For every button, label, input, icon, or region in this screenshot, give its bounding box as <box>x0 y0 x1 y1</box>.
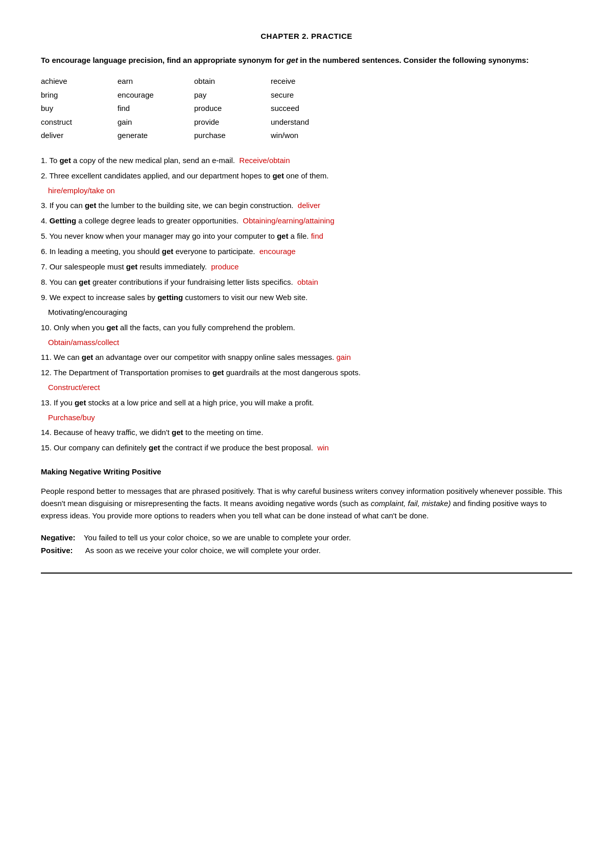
sentence-6-post: everyone to participate. <box>173 247 259 256</box>
negative-text: You failed to tell us your color choice,… <box>84 533 351 542</box>
sentence-12-pre: The Department of Transportation promise… <box>54 368 213 377</box>
sentence-14: 14. Because of heavy traffic, we didn't … <box>41 426 572 439</box>
sentence-7-post: results immediately. <box>137 262 211 271</box>
sentence-2: 2. Three excellent candidates applied, a… <box>41 170 572 182</box>
sentence-12-number: 12. <box>41 368 52 377</box>
sentence-4-answer: Obtaining/earning/attaining <box>243 216 334 225</box>
synonym-construct: construct <box>41 116 117 129</box>
synonym-buy: buy <box>41 102 117 115</box>
sentence-4-post: a college degree leads to greater opport… <box>76 216 243 225</box>
chapter-title: CHAPTER 2. PRACTICE <box>41 31 572 42</box>
sentence-1-number: 1. <box>41 156 48 165</box>
synonym-achieve: achieve <box>41 75 117 88</box>
sentence-7-answer: produce <box>211 262 239 271</box>
sentence-3-answer: deliver <box>298 201 320 210</box>
sentence-9: 9. We expect to increase sales by gettin… <box>41 291 572 304</box>
sentence-14-pre: Because of heavy traffic, we didn't <box>54 428 172 437</box>
synonyms-col2: earn encourage find gain generate <box>117 75 194 142</box>
sentence-6: 6. In leading a meeting, you should get … <box>41 245 572 258</box>
sentence-10-answer: Obtain/amass/collect <box>48 337 572 349</box>
bottom-divider <box>41 573 572 574</box>
synonym-deliver: deliver <box>41 129 117 142</box>
sentence-5-number: 5. <box>41 232 48 240</box>
sentence-13-bold: get <box>75 398 86 407</box>
negative-label-space <box>78 533 82 542</box>
sentence-3-pre: If you can <box>50 201 85 210</box>
sentence-5-answer: find <box>311 232 323 240</box>
sentence-15-pre: Our company can definitely <box>54 443 149 452</box>
sentence-8-answer: obtain <box>297 278 318 286</box>
sentence-1-bold: get <box>59 156 71 165</box>
positive-label-space <box>75 546 84 555</box>
sentence-8-bold: get <box>79 278 90 286</box>
sentence-12: 12. The Department of Transportation pro… <box>41 367 572 379</box>
sentence-6-pre: In leading a meeting, you should <box>50 247 162 256</box>
sentence-14-bold: get <box>172 428 183 437</box>
sentence-11-number: 11. <box>41 353 52 361</box>
sentence-12-post: guardrails at the most dangerous spots. <box>224 368 361 377</box>
sentence-7-number: 7. <box>41 262 48 271</box>
sentence-3: 3. If you can get the lumber to the buil… <box>41 199 572 212</box>
sentence-1-answer: Receive/obtain <box>239 156 290 165</box>
sentence-8: 8. You can get greater contributions if … <box>41 276 572 288</box>
synonym-find: find <box>117 102 194 115</box>
intro-paragraph: To encourage language precision, find an… <box>41 55 572 66</box>
sentence-14-number: 14. <box>41 428 52 437</box>
example-block: Negative: You failed to tell us your col… <box>41 531 572 557</box>
sentence-9-pre: We expect to increase sales by <box>50 293 158 302</box>
sentence-11-bold: get <box>82 353 93 361</box>
sentence-10-bold: get <box>106 323 118 332</box>
sentence-13-pre: If you <box>54 398 75 407</box>
sentence-11-pre: We can <box>54 353 82 361</box>
sentence-9-bold: getting <box>157 293 183 302</box>
making-negative-title: Making Negative Writing Positive <box>41 466 572 478</box>
sentence-15-bold: get <box>149 443 160 452</box>
sentence-9-answer: Motivating/encouraging <box>48 307 572 318</box>
synonyms-table: achieve bring buy construct deliver earn… <box>41 75 572 142</box>
sentence-8-post: greater contributions if your fundraisin… <box>90 278 297 286</box>
sentence-15-number: 15. <box>41 443 52 452</box>
synonym-purchase: purchase <box>194 129 271 142</box>
sentence-4-number: 4. <box>41 216 48 225</box>
sentence-2-pre: Three excellent candidates applied, and … <box>49 171 272 180</box>
sentence-10-post: all the facts, can you fully comprehend … <box>118 323 295 332</box>
synonyms-col1: achieve bring buy construct deliver <box>41 75 117 142</box>
positive-label: Positive: <box>41 546 73 555</box>
intro-text-part2: in the numbered sentences. Consider the … <box>298 56 526 64</box>
sentence-15-post: the contract if we produce the best prop… <box>160 443 317 452</box>
sentence-4: 4. Getting a college degree leads to gre… <box>41 215 572 227</box>
sentence-1-pre: To <box>49 156 59 165</box>
sentence-5: 5. You never know when your manager may … <box>41 230 572 242</box>
synonym-win-won: win/won <box>271 129 347 142</box>
sentence-13-answer: Purchase/buy <box>48 412 572 424</box>
sentence-5-pre: You never know when your manager may go … <box>49 232 277 240</box>
sentence-4-bold: Getting <box>50 216 77 225</box>
negative-words-italic: complaint, fail, mistake) <box>371 499 451 508</box>
synonym-earn: earn <box>117 75 194 88</box>
sentence-10: 10. Only when you get all the facts, can… <box>41 322 572 334</box>
sentence-10-number: 10. <box>41 323 52 332</box>
sentence-3-bold: get <box>85 201 97 210</box>
synonym-produce: produce <box>194 102 271 115</box>
sentence-13: 13. If you get stocks at a low price and… <box>41 397 572 409</box>
sentence-7-pre: Our salespeople must <box>50 262 126 271</box>
sentence-14-post: to the meeting on time. <box>183 428 264 437</box>
sentence-9-post: customers to visit our new Web site. <box>183 293 308 302</box>
sentence-1: 1. To get a copy of the new medical plan… <box>41 154 572 167</box>
sentence-11-post: an advantage over our competitor with sn… <box>93 353 336 361</box>
synonyms-col4: receive secure succeed understand win/wo… <box>271 75 347 142</box>
synonym-encourage: encourage <box>117 89 194 102</box>
sentence-3-number: 3. <box>41 201 48 210</box>
sentences-section: 1. To get a copy of the new medical plan… <box>41 154 572 454</box>
sentence-10-pre: Only when you <box>54 323 106 332</box>
sentence-1-post: a copy of the new medical plan, send an … <box>71 156 239 165</box>
sentence-12-answer: Construct/erect <box>48 382 572 394</box>
sentence-2-number: 2. <box>41 171 48 180</box>
sentence-13-post: stocks at a low price and sell at a high… <box>86 398 314 407</box>
sentence-6-bold: get <box>162 247 174 256</box>
synonym-generate: generate <box>117 129 194 142</box>
synonyms-col3: obtain pay produce provide purchase <box>194 75 271 142</box>
negative-label: Negative: <box>41 533 76 542</box>
intro-text-part1: To encourage language precision, find an… <box>41 56 287 64</box>
synonym-secure: secure <box>271 89 347 102</box>
